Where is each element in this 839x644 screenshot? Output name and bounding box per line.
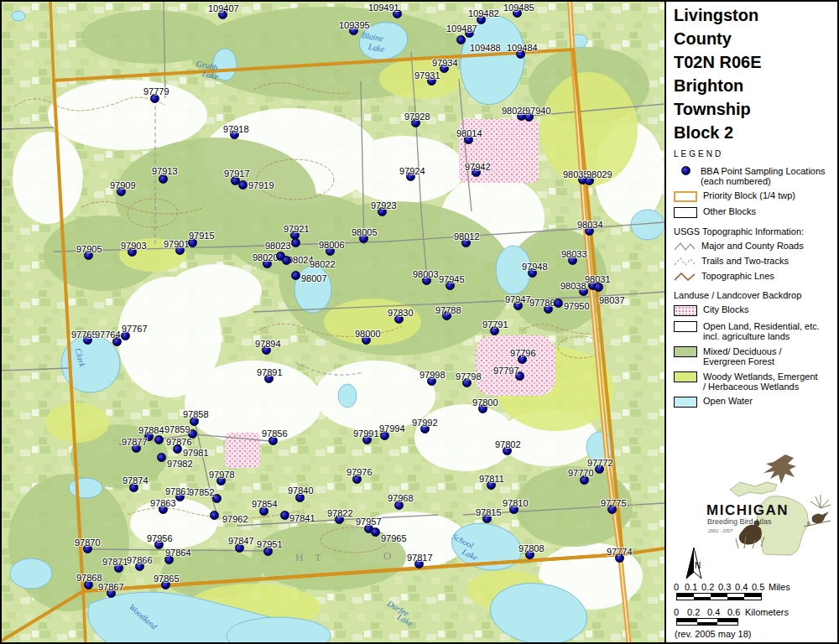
bba-point-label: 97978 [209, 470, 235, 480]
bba-point-label: 97981 [183, 448, 209, 458]
bba-point-dot[interactable] [371, 527, 380, 537]
township-letter: T [315, 551, 321, 564]
bba-point-label: 97852 [189, 487, 215, 497]
road-zigzag-icon [674, 242, 696, 252]
bba-point-dot[interactable] [154, 435, 164, 444]
bba-point-dot[interactable] [210, 511, 219, 520]
bba-point-label: 97815 [476, 507, 502, 517]
bba-point-label: 109488 [470, 43, 501, 53]
scale-bar-km [676, 618, 738, 626]
bba-point-label: 97928 [404, 112, 430, 122]
bba-point-label: 97982 [167, 459, 193, 469]
hawk-icon [763, 454, 796, 484]
bba-point-label: 97865 [154, 574, 180, 584]
open-land-swatch-icon [674, 321, 697, 332]
bba-point-label: 98023 [265, 241, 291, 251]
bba-point-label: 97866 [127, 555, 153, 565]
lake-name-label: Lake [396, 612, 414, 628]
bba-point-dot[interactable] [282, 256, 291, 265]
bba-point-dot[interactable] [554, 299, 563, 308]
bba-point-label: 97913 [152, 166, 178, 176]
bba-point-label: 97797 [493, 366, 519, 376]
legend-label: Mixed/ Deciduous / [703, 346, 782, 356]
map-area: 1094071094911093951094821094851094871094… [2, 2, 664, 644]
bba-point-dot[interactable] [173, 444, 182, 454]
bba-point-icon [681, 166, 690, 175]
tick-label: 0.6 [727, 607, 740, 617]
page-frame: 1094071094911093951094821094851094871094… [0, 0, 839, 644]
bba-point-label: 109485 [503, 3, 534, 13]
logo-years: 2002 - 2007 [707, 528, 733, 533]
bba-point-label: 97859 [164, 424, 190, 434]
bba-point-label: 97894 [255, 339, 281, 349]
title-line: Township [674, 97, 762, 121]
bba-point-label: 97877 [122, 437, 148, 447]
city-blocks-swatch-icon [674, 305, 697, 316]
bba-point-dot[interactable] [280, 511, 289, 520]
legend-item-mixed-forest: Mixed/ Deciduous / Evergreen Forest [674, 345, 836, 366]
title-line: Block 2 [674, 121, 762, 144]
bba-point-label: 97774 [607, 547, 633, 557]
bba-point-label: 97765 [71, 330, 97, 340]
scale-miles: 0 0.1 0.2 0.3 0.4 0.5 Miles [675, 582, 834, 600]
bba-point-label: 97909 [110, 180, 136, 190]
bba-point-label: 97947 [505, 294, 531, 304]
bba-point-label: 97917 [224, 169, 250, 179]
bba-point-label: 97921 [284, 224, 310, 234]
lake-name-label: Woodland [128, 602, 159, 631]
bba-point-label: 97796 [510, 348, 536, 358]
bba-point-label: 98006 [319, 240, 345, 250]
bba-point-label: 97884 [138, 425, 164, 435]
bba-point-label: 97945 [439, 274, 465, 284]
bba-point-label: 97965 [381, 533, 407, 543]
bba-point-label: 97822 [327, 508, 353, 518]
map-title: Livingston County T02N R06E Brighton Tow… [674, 3, 762, 144]
bba-point-label: 97948 [522, 262, 548, 272]
bba-point-label: 98005 [352, 227, 378, 237]
woody-wetlands-swatch-icon [674, 371, 697, 382]
pine-sprig-icon [810, 495, 831, 508]
bba-point-label: 97841 [289, 513, 315, 523]
lake-name-label: Lake [461, 547, 479, 563]
topo-zigzag-icon [674, 272, 696, 282]
bba-point-label: 97800 [472, 397, 498, 408]
bba-point-dot[interactable] [594, 283, 603, 292]
bba-point-label: 97903 [121, 241, 147, 251]
usgs-header: USGS Topographic Information: [674, 226, 836, 236]
bba-point-label: 97998 [420, 370, 446, 380]
quail-icon [739, 525, 762, 545]
bba-point-label: 97951 [257, 539, 283, 549]
bba-point-label: 97858 [183, 409, 209, 419]
bba-point-label: 97764 [95, 330, 121, 340]
bba-point-label: 98029 [586, 169, 612, 179]
bba-point-label: 98034 [577, 220, 603, 230]
bba-point-label: 97934 [432, 58, 458, 68]
bba-point-dot[interactable] [291, 271, 300, 280]
legend-label: Priority Block (1/4 twp) [703, 190, 795, 200]
tick-label: 0.1 [685, 582, 697, 592]
bba-point-label: 109395 [339, 20, 370, 30]
bba-point-dot[interactable] [291, 238, 300, 247]
bba-point-label: 98037 [599, 295, 625, 305]
mixed-forest-swatch-icon [674, 346, 697, 357]
bba-point-label: 97791 [482, 319, 508, 330]
bba-point-label: 97798 [456, 371, 482, 382]
tick-label: 0 [674, 582, 679, 592]
legend-label: Major and County Roads [701, 241, 804, 251]
logo-numeral: II [807, 521, 810, 527]
bba-point-label: 97810 [503, 498, 529, 508]
tick-label: 0.4 [707, 607, 720, 617]
bba-point-label: 97840 [288, 486, 314, 496]
bba-point-label: 97779 [143, 86, 169, 96]
bba-point-label: 98028 [502, 106, 528, 116]
title-line: County [674, 27, 762, 50]
priority-block-swatch-icon [674, 191, 697, 202]
open-water-swatch-icon [674, 397, 697, 408]
scale-bar-miles [676, 593, 762, 600]
bba-point-dot[interactable] [456, 35, 466, 44]
revision-note: (rev. 2005 may 18) [675, 629, 752, 639]
bba-point-label: 97891 [257, 367, 283, 377]
bba-point-dot[interactable] [238, 180, 248, 190]
township-letter: O [383, 549, 391, 563]
bba-point-dot[interactable] [157, 453, 166, 462]
